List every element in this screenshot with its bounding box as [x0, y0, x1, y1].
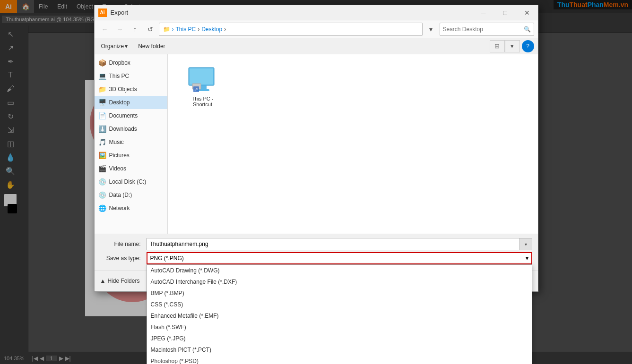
filename-dropdown-arrow[interactable]: ▾	[520, 238, 532, 250]
organize-arrow-icon: ▾	[125, 43, 128, 50]
nav-item-network[interactable]: 🌐 Network	[95, 202, 167, 215]
nav-item-local-disk-c[interactable]: 💿 Local Disk (C:)	[95, 175, 167, 188]
back-button[interactable]: ←	[98, 23, 112, 36]
file-item-label: This PC -Shortcut	[192, 96, 214, 107]
nav-item-this-pc[interactable]: 💻 This PC	[95, 69, 167, 83]
hide-folders-button[interactable]: ▲ Hide Folders	[100, 278, 140, 284]
breadcrumb-sep1: ›	[172, 26, 174, 33]
search-icon: 🔍	[524, 26, 531, 33]
downloads-icon: ⬇️	[98, 125, 106, 133]
nav-item-dropbox[interactable]: 📦 Dropbox	[95, 56, 167, 69]
svg-text:⇗: ⇗	[194, 87, 198, 92]
savetype-label: Save as type:	[100, 255, 143, 262]
forward-button[interactable]: →	[113, 23, 127, 36]
network-icon: 🌐	[98, 204, 106, 212]
nav-item-desktop[interactable]: 🖥️ Desktop	[95, 96, 167, 109]
hide-folders-arrow-icon: ▲	[100, 278, 106, 284]
minimize-button[interactable]: ─	[473, 5, 494, 20]
option-pct[interactable]: Macintosh PICT (*.PCT)	[147, 344, 532, 356]
savetype-dropdown[interactable]: AutoCAD Drawing (*.DWG) AutoCAD Intercha…	[147, 264, 532, 364]
option-psd[interactable]: Photoshop (*.PSD)	[147, 356, 532, 364]
dialog-ai-icon: Ai	[98, 8, 107, 17]
nav-item-downloads[interactable]: ⬇️ Downloads	[95, 122, 167, 135]
breadcrumb-sep3: ›	[224, 26, 226, 33]
breadcrumb-expand-button[interactable]: ▾	[424, 23, 438, 36]
svg-rect-1	[190, 68, 213, 85]
savetype-select-wrapper: PNG (*.PNG) ▾ AutoCAD Drawing (*.DWG) Au…	[147, 252, 532, 264]
desktop-icon: 🖥️	[98, 99, 106, 106]
dialog-footer: File name: ▾ Save as type: PNG (*.PNG) ▾…	[95, 234, 538, 270]
maximize-button[interactable]: □	[494, 5, 516, 20]
local-disk-c-icon: 💿	[98, 178, 106, 186]
dialog-titlebar: Ai Export ─ □ ✕	[95, 5, 538, 20]
nav-item-videos[interactable]: 🎬 Videos	[95, 162, 167, 175]
breadcrumb-this-pc: 📁	[163, 26, 170, 33]
file-item-this-pc-shortcut[interactable]: ⇗ This PC -Shortcut	[179, 66, 226, 107]
savetype-row: Save as type: PNG (*.PNG) ▾ AutoCAD Draw…	[100, 252, 532, 264]
refresh-button[interactable]: ↺	[144, 23, 157, 36]
this-pc-icon: 💻	[98, 72, 106, 80]
search-box: 🔍	[440, 23, 534, 36]
filename-label: File name:	[100, 241, 143, 247]
nav-panel: 📦 Dropbox 💻 This PC 📁 3D Objects 🖥️ Desk…	[95, 54, 168, 234]
organize-button[interactable]: Organize ▾	[98, 42, 131, 51]
option-jpg[interactable]: JPEG (*.JPG)	[147, 333, 532, 344]
nav-item-pictures[interactable]: 🖼️ Pictures	[95, 149, 167, 162]
option-swf[interactable]: Flash (*.SWF)	[147, 322, 532, 333]
breadcrumb-desktop-label[interactable]: Desktop	[201, 26, 222, 33]
close-button[interactable]: ✕	[516, 5, 538, 20]
view-buttons: ⊞ ▾ ?	[490, 40, 534, 52]
help-button[interactable]: ?	[522, 40, 534, 52]
breadcrumb-this-pc-label[interactable]: This PC	[176, 26, 196, 33]
dialog-title: Export	[111, 9, 129, 16]
filename-input[interactable]	[147, 238, 520, 250]
savetype-dropdown-arrow-icon: ▾	[526, 255, 528, 262]
dialog-overlay: Ai Export ─ □ ✕ ← → ↑ ↺ 📁 › This PC ›	[0, 0, 632, 364]
pictures-icon: 🖼️	[98, 152, 106, 159]
breadcrumb-sep2: ›	[198, 26, 199, 33]
savetype-value: PNG (*.PNG)	[150, 255, 184, 262]
nav-item-3d-objects[interactable]: 📁 3D Objects	[95, 83, 167, 96]
3d-objects-icon: 📁	[98, 85, 106, 93]
search-input[interactable]	[443, 26, 524, 33]
address-bar: ← → ↑ ↺ 📁 › This PC › Desktop › ▾ 🔍	[95, 20, 538, 38]
option-emf[interactable]: Enhanced Metafile (*.EMF)	[147, 310, 532, 322]
option-bmp[interactable]: BMP (*.BMP)	[147, 288, 532, 299]
videos-icon: 🎬	[98, 165, 106, 172]
export-dialog: Ai Export ─ □ ✕ ← → ↑ ↺ 📁 › This PC ›	[94, 5, 538, 292]
dropbox-icon: 📦	[98, 59, 106, 67]
data-d-icon: 💿	[98, 191, 106, 199]
option-dwg[interactable]: AutoCAD Drawing (*.DWG)	[147, 265, 532, 276]
savetype-display[interactable]: PNG (*.PNG) ▾	[147, 252, 532, 264]
file-area: ⇗ This PC -Shortcut	[168, 54, 538, 234]
option-dxf[interactable]: AutoCAD Interchange File (*.DXF)	[147, 276, 532, 288]
music-icon: 🎵	[98, 138, 106, 146]
ai-application: Ai 🏠 File Edit Object Type Select ThuThu…	[0, 0, 632, 364]
view-mode-button[interactable]: ⊞	[490, 40, 505, 52]
breadcrumb[interactable]: 📁 › This PC › Desktop ›	[159, 23, 423, 36]
monitor-icon: ⇗	[186, 66, 220, 96]
documents-icon: 📄	[98, 112, 106, 119]
nav-item-documents[interactable]: 📄 Documents	[95, 109, 167, 122]
nav-item-data-d[interactable]: 💿 Data (D:)	[95, 188, 167, 202]
option-css[interactable]: CSS (*.CSS)	[147, 299, 532, 310]
view-mode-arrow[interactable]: ▾	[505, 40, 520, 52]
window-controls: ─ □ ✕	[473, 5, 538, 20]
new-folder-button[interactable]: New folder	[134, 42, 169, 51]
nav-item-music[interactable]: 🎵 Music	[95, 135, 167, 149]
filename-row: File name: ▾	[100, 238, 532, 250]
dialog-body: 📦 Dropbox 💻 This PC 📁 3D Objects 🖥️ Desk…	[95, 54, 538, 234]
dialog-toolbar: Organize ▾ New folder ⊞ ▾ ?	[95, 38, 538, 54]
up-button[interactable]: ↑	[129, 23, 142, 36]
